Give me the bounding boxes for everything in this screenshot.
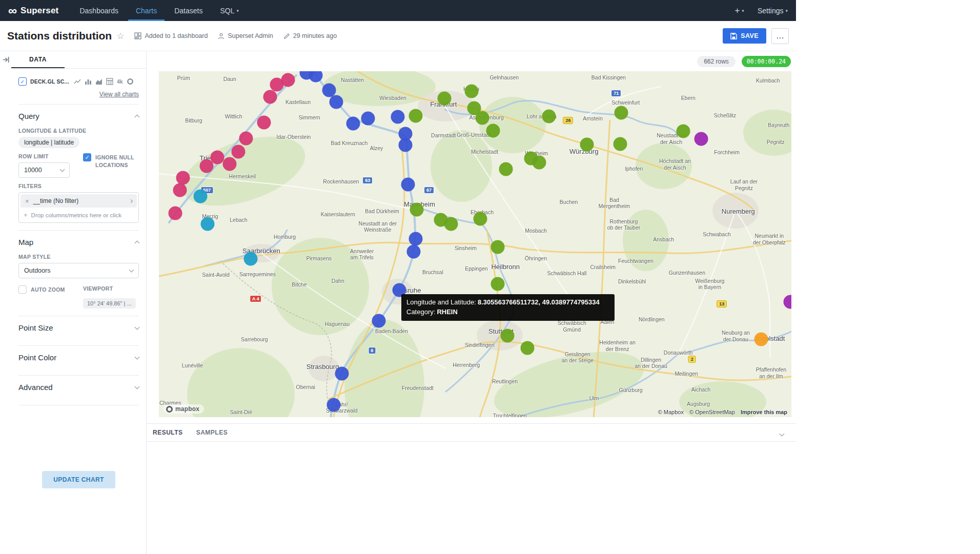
tab-results[interactable]: RESULTS bbox=[153, 429, 183, 436]
map-point-blue[interactable] bbox=[407, 244, 421, 258]
map-point-green[interactable] bbox=[676, 124, 690, 138]
map-point-pink[interactable] bbox=[176, 171, 190, 184]
map-point-green[interactable] bbox=[521, 341, 535, 355]
last-modified-badge[interactable]: 29 minutes ago bbox=[283, 32, 337, 39]
save-button[interactable]: SAVE bbox=[723, 28, 766, 44]
map-point-green[interactable] bbox=[580, 138, 594, 152]
pie-chart-icon[interactable] bbox=[127, 78, 134, 85]
lonlat-chip[interactable]: longitude | latitude bbox=[18, 137, 79, 148]
map-point-green[interactable] bbox=[464, 85, 478, 98]
map-point-pink[interactable] bbox=[223, 157, 237, 171]
map-terrain bbox=[159, 71, 791, 417]
auto-zoom-checkbox[interactable] bbox=[18, 285, 27, 294]
map-point-orange[interactable] bbox=[754, 333, 768, 346]
map-point-green[interactable] bbox=[444, 217, 458, 231]
superset-brand[interactable]: ∞ Superset bbox=[8, 0, 58, 21]
nav-item-sql[interactable]: SQL▾ bbox=[212, 0, 247, 21]
row-limit-select[interactable]: 10000 bbox=[18, 162, 70, 178]
map-point-green[interactable] bbox=[491, 240, 505, 254]
map-point-blue[interactable] bbox=[401, 177, 415, 191]
nav-item-charts[interactable]: Charts bbox=[128, 0, 165, 21]
time-filter-chip[interactable]: × __time (No filter) bbox=[21, 194, 137, 208]
big-number-icon[interactable]: 4k bbox=[117, 78, 123, 85]
map-point-blue[interactable] bbox=[335, 366, 349, 380]
section-advanced-header[interactable]: Advanced bbox=[18, 377, 139, 398]
collapse-results-icon[interactable] bbox=[780, 430, 784, 439]
chart-header: Stations distribution ☆ Added to 1 dashb… bbox=[0, 21, 796, 51]
remove-filter-icon[interactable]: × bbox=[25, 197, 29, 205]
viz-selected-check-icon[interactable]: ✓ bbox=[18, 77, 27, 86]
section-query-header[interactable]: Query bbox=[18, 106, 139, 122]
section-point-color-header[interactable]: Point Color bbox=[18, 347, 139, 368]
map-point-green[interactable] bbox=[532, 156, 546, 170]
map-point-green[interactable] bbox=[499, 162, 513, 176]
map-point-blue[interactable] bbox=[372, 314, 386, 327]
mapbox-logo[interactable]: mapbox bbox=[164, 404, 204, 414]
map-point-green[interactable] bbox=[542, 109, 556, 123]
tooltip-lonlat-value: 8.305563766511732, 49.0389774795334 bbox=[478, 298, 600, 306]
map-point-blue[interactable] bbox=[329, 95, 343, 109]
area-chart-icon[interactable] bbox=[95, 78, 103, 85]
pencil-icon bbox=[283, 33, 290, 39]
map-point-pink[interactable] bbox=[173, 183, 187, 197]
map-point-green[interactable] bbox=[613, 137, 627, 151]
map-point-green[interactable] bbox=[500, 329, 514, 342]
bar-chart-icon[interactable] bbox=[85, 78, 92, 85]
map-point-blue[interactable] bbox=[409, 232, 423, 245]
table-icon[interactable] bbox=[106, 78, 113, 85]
improve-map-link[interactable]: Improve this map bbox=[741, 409, 787, 415]
new-item-button[interactable]: +▾ bbox=[734, 6, 744, 16]
viewport-label: VIEWPORT bbox=[83, 285, 139, 292]
viz-type-label[interactable]: DECK.GL SC... bbox=[30, 78, 69, 85]
map-point-green[interactable] bbox=[615, 106, 628, 120]
dashboard-count-badge[interactable]: Added to 1 dashboard bbox=[134, 32, 208, 39]
ignore-null-checkbox[interactable]: ✓ bbox=[83, 153, 91, 161]
map-point-green[interactable] bbox=[491, 277, 505, 291]
more-actions-button[interactable]: … bbox=[771, 28, 789, 44]
line-chart-icon[interactable] bbox=[74, 78, 81, 85]
plus-icon: + bbox=[734, 6, 740, 16]
section-map-header[interactable]: Map bbox=[18, 232, 139, 249]
settings-menu[interactable]: Settings▾ bbox=[758, 7, 788, 15]
map-point-green[interactable] bbox=[437, 92, 451, 106]
map-point-pink[interactable] bbox=[199, 159, 213, 173]
section-point-size-header[interactable]: Point Size bbox=[18, 317, 139, 338]
view-all-charts-link[interactable]: View all charts bbox=[18, 91, 139, 98]
map-point-pink[interactable] bbox=[169, 206, 182, 220]
map-point-blue[interactable] bbox=[326, 398, 340, 412]
nav-item-datasets[interactable]: Datasets bbox=[167, 0, 210, 21]
tab-data[interactable]: DATA bbox=[11, 51, 65, 68]
map-point-cyan[interactable] bbox=[194, 189, 208, 203]
favorite-star-icon[interactable]: ☆ bbox=[116, 31, 124, 42]
map-point-pink[interactable] bbox=[232, 145, 246, 159]
map-point-blue[interactable] bbox=[346, 116, 360, 130]
section-point-size: Point Size bbox=[18, 316, 139, 345]
map-point-purple[interactable] bbox=[694, 132, 708, 146]
map-style-select[interactable]: Outdoors bbox=[18, 263, 139, 278]
map-point-blue[interactable] bbox=[399, 138, 413, 152]
map-point-cyan[interactable] bbox=[201, 217, 215, 231]
tab-samples[interactable]: SAMPLES bbox=[196, 429, 228, 436]
map-point-green[interactable] bbox=[475, 111, 489, 125]
top-navbar: ∞ Superset Dashboards Charts Datasets SQ… bbox=[0, 0, 796, 21]
map-point-blue[interactable] bbox=[361, 111, 375, 125]
map-tooltip: Longitude and Latitude:8.305563766511732… bbox=[401, 294, 615, 321]
collapse-panel-icon[interactable] bbox=[2, 56, 10, 64]
map-point-green[interactable] bbox=[409, 109, 423, 123]
map-canvas[interactable]: PrümDaunNastättenGelnhausenBad Kissingen… bbox=[159, 71, 791, 417]
map-point-cyan[interactable] bbox=[243, 252, 257, 265]
map-point-green[interactable] bbox=[486, 124, 500, 138]
map-point-pink[interactable] bbox=[281, 73, 295, 87]
mapbox-attribution-link[interactable]: © Mapbox bbox=[658, 409, 684, 415]
map-point-green[interactable] bbox=[473, 212, 487, 226]
osm-attribution-link[interactable]: © OpenStreetMap bbox=[689, 409, 735, 415]
map-point-pink[interactable] bbox=[257, 115, 271, 129]
filters-drop-zone[interactable]: + Drop columns/metrics here or click bbox=[21, 208, 137, 221]
map-point-pink[interactable] bbox=[263, 90, 277, 104]
modified-badge-label: 29 minutes ago bbox=[293, 32, 337, 39]
nav-item-dashboards[interactable]: Dashboards bbox=[72, 0, 126, 21]
map-point-pink[interactable] bbox=[239, 131, 253, 145]
update-chart-button[interactable]: UPDATE CHART bbox=[42, 471, 115, 488]
map-point-green[interactable] bbox=[410, 203, 424, 217]
map-point-blue[interactable] bbox=[391, 110, 405, 124]
